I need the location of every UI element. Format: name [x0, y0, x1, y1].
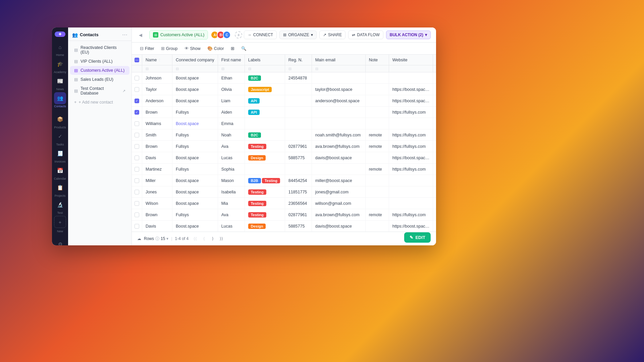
- rows-select[interactable]: Rows ⓘ 15 ▾: [144, 236, 168, 242]
- row-checkbox[interactable]: [135, 133, 139, 137]
- label-badge[interactable]: API: [248, 110, 260, 115]
- company-link[interactable]: Boost.space: [176, 121, 199, 126]
- label-badge[interactable]: Testing: [248, 144, 266, 149]
- row-checkbox[interactable]: [135, 213, 139, 217]
- label-badge[interactable]: API: [248, 98, 260, 104]
- row-checkbox[interactable]: [135, 76, 139, 80]
- row-checkbox[interactable]: [135, 156, 139, 160]
- row-checkbox[interactable]: ✓: [135, 99, 139, 103]
- nav-test[interactable]: 🔬 Test: [54, 199, 66, 215]
- page-last-btn[interactable]: ⟩⟩: [217, 235, 225, 243]
- label-badge[interactable]: Design: [248, 224, 266, 229]
- group-btn[interactable]: ⊞ Group: [158, 45, 180, 52]
- row-checkbox-cell[interactable]: ✓: [132, 95, 142, 107]
- bulk-action-btn[interactable]: BULK ACTION (2) ▾: [386, 31, 431, 39]
- row-checkbox-cell[interactable]: [132, 186, 142, 198]
- organize-btn[interactable]: ⊞ ORGANIZE ▾: [279, 31, 317, 39]
- sidebar-item-sales[interactable]: ▤ Sales Leads (EU): [70, 75, 129, 84]
- row-company: Fullsys: [172, 129, 218, 141]
- select-all-header[interactable]: —: [132, 55, 142, 65]
- select-all-checkbox[interactable]: —: [135, 58, 139, 62]
- edit-btn[interactable]: ✎ EDIT: [404, 232, 431, 243]
- data-flow-btn[interactable]: ⇌ DATA FLOW: [348, 31, 383, 39]
- nav-academy[interactable]: 🎓 Academy: [54, 58, 66, 74]
- table-view-btn[interactable]: ⊞: [228, 45, 237, 52]
- label-badge[interactable]: Design: [248, 155, 266, 161]
- filter-cell-labels[interactable]: ⊟: [245, 65, 285, 72]
- row-checkbox-cell[interactable]: [132, 175, 142, 186]
- nav-projects[interactable]: 📋 Projects: [54, 182, 66, 197]
- nav-products[interactable]: 📦 Products: [54, 113, 66, 129]
- add-view-btn[interactable]: +: [235, 31, 242, 39]
- label-badge[interactable]: B2B: [248, 178, 261, 183]
- add-contact-btn[interactable]: + + Add new contact: [70, 98, 129, 107]
- row-checkbox-cell[interactable]: [132, 129, 142, 141]
- row-email: [312, 107, 365, 118]
- sidebar-item-test[interactable]: ▤ Test Contact Database ↗: [70, 84, 129, 98]
- page-next-btn[interactable]: ⟩: [209, 235, 217, 243]
- cursor-indicator: ↗: [122, 89, 125, 93]
- page-first-btn[interactable]: ⟨⟨: [191, 235, 199, 243]
- sidebar-item-vip[interactable]: ▤ VIP Clients (ALL): [70, 57, 129, 66]
- label-badge[interactable]: Testing: [248, 189, 266, 195]
- row-checkbox-cell[interactable]: [132, 118, 142, 129]
- name-sort-icon[interactable]: ⋮: [158, 58, 161, 62]
- row-checkbox[interactable]: [135, 121, 139, 126]
- row-checkbox-cell[interactable]: [132, 141, 142, 152]
- row-checkbox[interactable]: [135, 224, 139, 229]
- filter-cell-name[interactable]: ⊟: [142, 65, 172, 72]
- row-company: Boost.space: [172, 175, 218, 186]
- row-phone: [433, 84, 436, 95]
- filter-labels-icon: ⊟: [248, 67, 251, 71]
- filter-cell-firstname[interactable]: ⊟: [218, 65, 245, 72]
- row-checkbox-cell[interactable]: ✓: [132, 107, 142, 118]
- label-badge[interactable]: Javascript: [248, 87, 272, 92]
- app-logo[interactable]: ✦: [55, 32, 65, 37]
- search-btn[interactable]: 🔍: [238, 45, 249, 52]
- row-checkbox-cell[interactable]: [132, 84, 142, 95]
- row-company[interactable]: Boost.space: [172, 118, 218, 129]
- page-prev-btn[interactable]: ⟨: [200, 235, 208, 243]
- row-checkbox-cell[interactable]: [132, 198, 142, 209]
- sidebar-item-customers[interactable]: ▤ Customers Active (ALL): [70, 66, 129, 75]
- row-checkbox[interactable]: [135, 144, 139, 149]
- row-checkbox[interactable]: [135, 178, 139, 183]
- color-btn[interactable]: 🎨 Color: [205, 45, 227, 52]
- products-icon: 📦: [54, 113, 66, 125]
- label-badge[interactable]: B2C: [248, 132, 261, 138]
- filter-cell-reg[interactable]: ⊟: [285, 65, 312, 72]
- row-checkbox-cell[interactable]: [132, 72, 142, 84]
- row-checkbox-cell[interactable]: [132, 221, 142, 232]
- row-checkbox[interactable]: [135, 201, 139, 206]
- filter-cell-email[interactable]: ⊟: [312, 65, 365, 72]
- row-checkbox-cell[interactable]: [132, 152, 142, 164]
- row-checkbox[interactable]: [135, 190, 139, 194]
- settings-icon[interactable]: ⚙: [54, 238, 66, 245]
- contacts-sidebar-more-btn[interactable]: ⋯: [122, 32, 127, 38]
- data-flow-icon: ⇌: [352, 33, 355, 37]
- nav-news[interactable]: 📰 News: [54, 75, 66, 91]
- row-checkbox[interactable]: ✓: [135, 110, 139, 115]
- sidebar-item-reactivated[interactable]: ▤ Reactivated Clients (EU): [70, 43, 129, 57]
- nav-calendar[interactable]: 📅 Calendar: [54, 165, 66, 180]
- nav-home[interactable]: ⌂ Home: [54, 41, 66, 57]
- row-checkbox[interactable]: [135, 87, 139, 92]
- new-icon[interactable]: +: [54, 216, 66, 228]
- view-tab-customers[interactable]: ▤ Customers Active (ALL): [149, 30, 208, 40]
- row-checkbox[interactable]: [135, 167, 139, 172]
- filter-btn[interactable]: ⊟ Filter: [137, 45, 157, 52]
- label-badge[interactable]: Testing: [262, 178, 280, 183]
- filter-cell-company[interactable]: ⊟: [172, 65, 218, 72]
- nav-contacts[interactable]: 👥 Contacts: [54, 92, 66, 108]
- show-btn[interactable]: 👁 Show: [182, 45, 203, 52]
- row-checkbox-cell[interactable]: [132, 209, 142, 221]
- row-checkbox-cell[interactable]: [132, 164, 142, 175]
- label-badge[interactable]: Testing: [248, 212, 266, 218]
- label-badge[interactable]: B2C: [248, 75, 261, 81]
- connect-btn[interactable]: → CONNECT: [244, 31, 277, 39]
- label-badge[interactable]: Testing: [248, 201, 266, 206]
- nav-tasks[interactable]: ✓ Tasks: [54, 130, 66, 146]
- collapse-sidebar-btn[interactable]: ◀: [137, 32, 144, 38]
- share-btn[interactable]: ↗ SHARE: [319, 31, 345, 39]
- nav-invoices[interactable]: 🧾 Invoices: [54, 147, 66, 163]
